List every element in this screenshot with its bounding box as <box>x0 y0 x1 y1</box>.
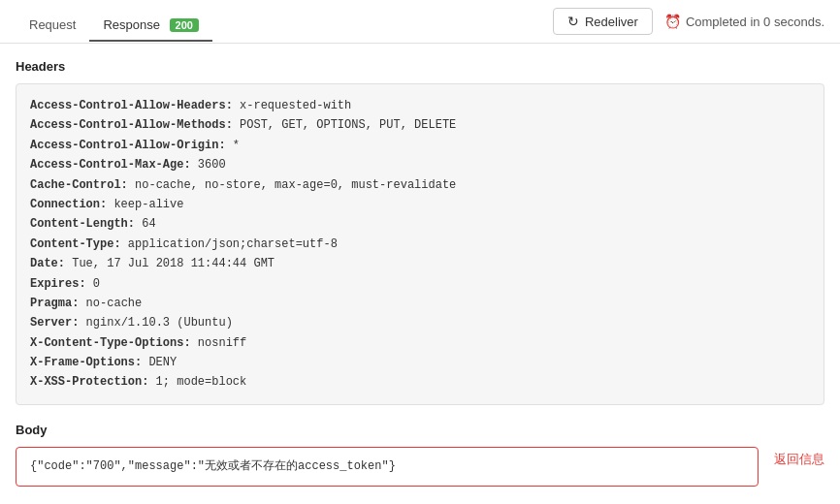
body-annotation: 返回信息 <box>774 447 824 468</box>
header-key: X-Frame-Options: <box>30 356 142 369</box>
header-line: Date: Tue, 17 Jul 2018 11:44:44 GMT <box>30 254 810 273</box>
toolbar-right: ↻ Redeliver ⏰ Completed in 0 seconds. <box>553 8 824 43</box>
header-value: no-cache, no-store, max-age=0, must-reva… <box>128 178 456 192</box>
completed-status: ⏰ Completed in 0 seconds. <box>664 14 824 29</box>
header-line: Access-Control-Max-Age: 3600 <box>30 155 810 174</box>
header-value: keep-alive <box>107 198 183 211</box>
header-line: X-Frame-Options: DENY <box>30 353 810 372</box>
header-key: Pragma: <box>30 297 79 310</box>
header-value: nosniff <box>191 336 247 350</box>
header-line: Access-Control-Allow-Origin: * <box>30 136 810 155</box>
headers-title: Headers <box>16 59 824 74</box>
header-line: Content-Type: application/json;charset=u… <box>30 235 810 254</box>
header-value: application/json;charset=utf-8 <box>121 237 338 251</box>
header-line: Connection: keep-alive <box>30 195 810 214</box>
response-badge: 200 <box>170 18 199 32</box>
header-value: nginx/1.10.3 (Ubuntu) <box>79 316 232 330</box>
header-key: Expires: <box>30 277 86 291</box>
clock-icon: ⏰ <box>664 14 681 29</box>
header-line: Pragma: no-cache <box>30 294 810 313</box>
header-value: DENY <box>142 356 177 369</box>
header-line: Server: nginx/1.10.3 (Ubuntu) <box>30 313 810 332</box>
header-key: Access-Control-Allow-Headers: <box>30 99 233 112</box>
header-key: Cache-Control: <box>30 178 128 192</box>
header-key: X-Content-Type-Options: <box>30 336 191 350</box>
redeliver-icon: ↻ <box>567 14 579 29</box>
header-value: no-cache <box>79 297 142 310</box>
header-line: Cache-Control: no-cache, no-store, max-a… <box>30 175 810 195</box>
header-value: POST, GET, OPTIONS, PUT, DELETE <box>233 118 456 132</box>
header-value: 1; mode=block <box>148 375 246 389</box>
tab-request[interactable]: Request <box>16 10 89 42</box>
redeliver-button[interactable]: ↻ Redeliver <box>553 8 653 35</box>
header-value: 0 <box>86 277 100 291</box>
header-value: Tue, 17 Jul 2018 11:44:44 GMT <box>65 257 275 270</box>
tab-bar: Request Response 200 ↻ Redeliver ⏰ Compl… <box>0 0 840 44</box>
headers-box: Access-Control-Allow-Headers: x-requeste… <box>16 83 824 405</box>
header-key: Access-Control-Allow-Origin: <box>30 139 226 152</box>
header-key: Date: <box>30 257 65 270</box>
header-line: X-Content-Type-Options: nosniff <box>30 333 810 353</box>
body-content: {"code":"700","message":"无效或者不存在的access_… <box>16 447 759 487</box>
header-key: Content-Type: <box>30 237 121 251</box>
body-box-wrapper: {"code":"700","message":"无效或者不存在的access_… <box>16 447 824 487</box>
header-line: Content-Length: 64 <box>30 214 810 234</box>
tab-response[interactable]: Response 200 <box>89 10 212 42</box>
header-key: Access-Control-Allow-Methods: <box>30 118 233 132</box>
header-key: Server: <box>30 316 79 330</box>
header-line: Access-Control-Allow-Methods: POST, GET,… <box>30 115 810 135</box>
body-section: Body {"code":"700","message":"无效或者不存在的ac… <box>16 423 824 487</box>
header-value: * <box>226 139 240 152</box>
header-value: 64 <box>135 217 156 231</box>
content-area: Headers Access-Control-Allow-Headers: x-… <box>0 44 840 502</box>
header-key: Connection: <box>30 198 107 211</box>
header-key: Content-Length: <box>30 217 135 231</box>
header-key: X-XSS-Protection: <box>30 375 148 389</box>
body-title: Body <box>16 423 824 437</box>
header-key: Access-Control-Max-Age: <box>30 158 191 172</box>
header-line: X-XSS-Protection: 1; mode=block <box>30 372 810 392</box>
header-value: 3600 <box>191 158 226 172</box>
header-line: Access-Control-Allow-Headers: x-requeste… <box>30 96 810 115</box>
header-line: Expires: 0 <box>30 274 810 294</box>
header-value: x-requested-with <box>233 99 351 112</box>
